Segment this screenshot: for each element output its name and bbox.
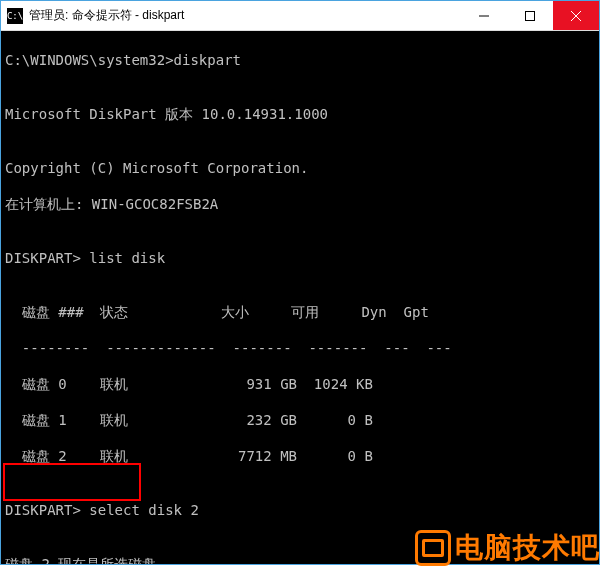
computer-line: 在计算机上: WIN-GCOC82FSB2A: [5, 195, 595, 213]
titlebar[interactable]: C:\ 管理员: 命令提示符 - diskpart: [1, 1, 599, 31]
highlight-annotation: [3, 463, 141, 501]
prompt-line: C:\WINDOWS\system32>diskpart: [5, 51, 595, 69]
table-row: 磁盘 2 联机 7712 MB 0 B: [5, 447, 595, 465]
maximize-button[interactable]: [507, 1, 553, 30]
svg-rect-1: [526, 11, 535, 20]
copyright-line: Copyright (C) Microsoft Corporation.: [5, 159, 595, 177]
terminal-output[interactable]: C:\WINDOWS\system32>diskpart Microsoft D…: [1, 31, 599, 564]
table-header: 磁盘 ### 状态 大小 可用 Dyn Gpt: [5, 303, 595, 321]
version-line: Microsoft DiskPart 版本 10.0.14931.1000: [5, 105, 595, 123]
command-prompt-window: C:\ 管理员: 命令提示符 - diskpart C:\WINDOWS\sys…: [0, 0, 600, 565]
cmd-icon: C:\: [7, 8, 23, 24]
window-title: 管理员: 命令提示符 - diskpart: [29, 7, 461, 24]
window-controls: [461, 1, 599, 30]
table-divider: -------- ------------- ------- ------- -…: [5, 339, 595, 357]
cmd-select-disk: DISKPART> select disk 2: [5, 501, 595, 519]
cmd-list-disk: DISKPART> list disk: [5, 249, 595, 267]
table-row: 磁盘 0 联机 931 GB 1024 KB: [5, 375, 595, 393]
close-button[interactable]: [553, 1, 599, 30]
select-result: 磁盘 2 现在是所选磁盘。: [5, 555, 595, 564]
table-row: 磁盘 1 联机 232 GB 0 B: [5, 411, 595, 429]
minimize-button[interactable]: [461, 1, 507, 30]
